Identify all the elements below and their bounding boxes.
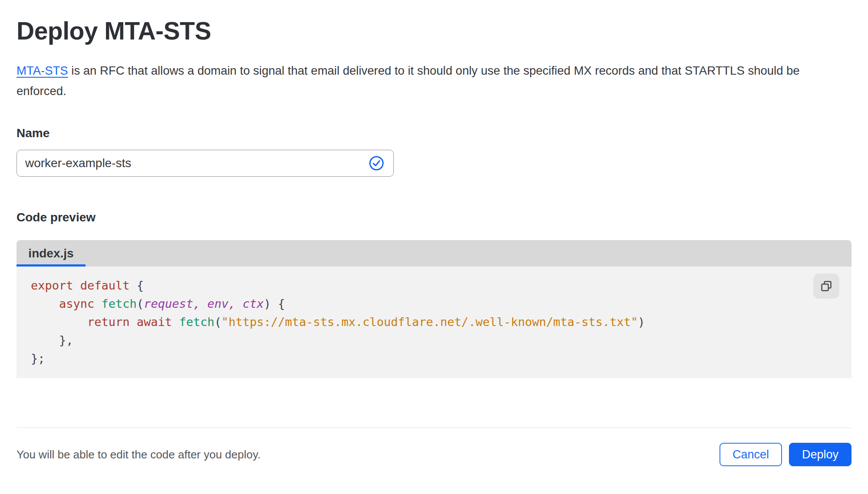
code-line: }; xyxy=(31,349,808,368)
page-title: Deploy MTA-STS xyxy=(17,17,851,45)
intro-paragraph: MTA-STS is an RFC that allows a domain t… xyxy=(17,60,850,101)
intro-text: is an RFC that allows a domain to signal… xyxy=(17,64,800,98)
cancel-button[interactable]: Cancel xyxy=(719,443,782,466)
code-line: async fetch(request, env, ctx) { xyxy=(31,295,808,313)
name-input[interactable] xyxy=(17,150,394,177)
code-line: return await fetch("https://mta-sts.mx.c… xyxy=(31,313,808,331)
footer: You will be able to edit the code after … xyxy=(0,443,868,466)
code-area: export default { async fetch(request, en… xyxy=(17,267,851,378)
code-line: }, xyxy=(31,331,808,349)
code-preview-heading: Code preview xyxy=(17,211,851,224)
check-circle-icon xyxy=(369,155,384,171)
mta-sts-link[interactable]: MTA-STS xyxy=(17,64,68,77)
code-line: export default { xyxy=(31,277,808,295)
footer-divider xyxy=(17,428,851,428)
copy-icon xyxy=(820,280,833,293)
copy-code-button[interactable] xyxy=(813,273,839,299)
code-content: export default { async fetch(request, en… xyxy=(31,277,808,368)
deploy-mta-sts-page: Deploy MTA-STS MTA-STS is an RFC that al… xyxy=(0,17,868,466)
tab-label: index.js xyxy=(28,247,73,260)
footer-note: You will be able to edit the code after … xyxy=(17,448,261,461)
deploy-button[interactable]: Deploy xyxy=(789,443,851,466)
name-label: Name xyxy=(17,126,851,140)
code-preview-card: index.js export default { async fetch(re… xyxy=(17,240,851,378)
tab-index-js[interactable]: index.js xyxy=(17,240,86,267)
footer-actions: Cancel Deploy xyxy=(719,443,851,466)
code-tab-bar: index.js xyxy=(17,240,851,267)
name-input-wrap xyxy=(17,150,394,177)
